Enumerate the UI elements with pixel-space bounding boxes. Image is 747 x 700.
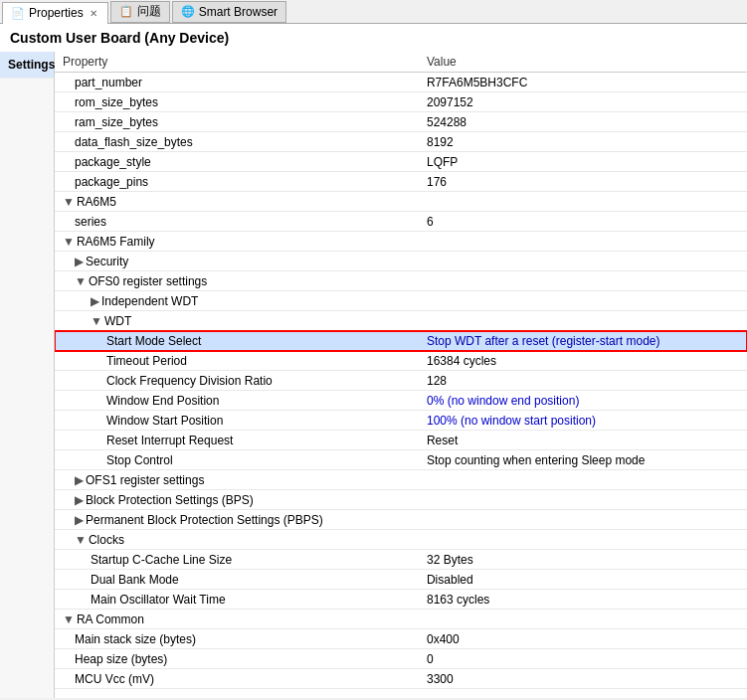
- table-row[interactable]: Startup C-Cache Line Size32 Bytes: [55, 550, 747, 570]
- value-link[interactable]: 100% (no window start position): [427, 414, 596, 428]
- properties-area[interactable]: Property Value part_numberR7FA6M5BH3CFCr…: [55, 52, 747, 698]
- collapse-icon: ▼: [75, 533, 87, 547]
- table-row[interactable]: package_styleLQFP: [55, 152, 747, 172]
- table-row[interactable]: ▼Clocks: [55, 530, 747, 550]
- property-label: Dual Bank Mode: [91, 573, 179, 587]
- value-cell: 128: [419, 371, 747, 391]
- table-row[interactable]: Heap size (bytes)0: [55, 649, 747, 669]
- property-label: Start Mode Select: [106, 334, 201, 348]
- value-text: Stop WDT after a reset (register-start m…: [427, 334, 660, 348]
- table-row[interactable]: MCU Vcc (mV)3300: [55, 669, 747, 689]
- table-row[interactable]: ▼RA6M5 Family: [55, 232, 747, 252]
- property-cell: ram_size_bytes: [55, 112, 419, 132]
- property-label: series: [75, 215, 106, 229]
- property-label: OFS1 register settings: [86, 473, 204, 487]
- table-row[interactable]: ram_size_bytes524288: [55, 112, 747, 132]
- table-row[interactable]: Start Mode SelectStop WDT after a reset …: [55, 331, 747, 351]
- property-cell: Window Start Position: [55, 411, 419, 431]
- collapse-icon: ▼: [91, 314, 102, 328]
- property-cell: ▶Permanent Block Protection Settings (PB…: [55, 510, 419, 530]
- value-text: 2097152: [427, 95, 473, 109]
- value-text: 128: [427, 374, 447, 388]
- table-row[interactable]: rom_size_bytes2097152: [55, 92, 747, 112]
- value-column-header: Value: [419, 52, 747, 73]
- value-cell: 8192: [419, 132, 747, 152]
- table-row[interactable]: Stop ControlStop counting when entering …: [55, 450, 747, 470]
- property-label: Window Start Position: [106, 414, 223, 428]
- property-cell: rom_size_bytes: [55, 92, 419, 112]
- table-row[interactable]: series6: [55, 212, 747, 232]
- table-row[interactable]: ▼WDT: [55, 311, 747, 331]
- table-row[interactable]: Timeout Period16384 cycles: [55, 351, 747, 371]
- property-cell: ▶Block Protection Settings (BPS): [55, 490, 419, 510]
- table-row[interactable]: Main stack size (bytes)0x400: [55, 629, 747, 649]
- tab-properties[interactable]: 📄 Properties ✕: [2, 2, 108, 24]
- table-row[interactable]: package_pins176: [55, 172, 747, 192]
- expand-icon: ▶: [75, 513, 84, 527]
- property-label: OFS0 register settings: [89, 274, 207, 288]
- table-row[interactable]: data_flash_size_bytes8192: [55, 132, 747, 152]
- value-text: Disabled: [427, 573, 473, 587]
- table-row[interactable]: Dual Bank ModeDisabled: [55, 570, 747, 590]
- value-text: 0x400: [427, 632, 460, 646]
- properties-table: Property Value part_numberR7FA6M5BH3CFCr…: [55, 52, 747, 689]
- value-cell: 8163 cycles: [419, 590, 747, 610]
- value-text: 0: [427, 652, 434, 666]
- value-cell: 0: [419, 649, 747, 669]
- table-row[interactable]: ▶Independent WDT: [55, 291, 747, 311]
- table-row[interactable]: Reset Interrupt RequestReset: [55, 431, 747, 450]
- sidebar-item-settings[interactable]: Settings: [0, 52, 54, 79]
- table-header: Property Value: [55, 52, 747, 73]
- value-cell: [419, 192, 747, 212]
- table-row[interactable]: ▶Security: [55, 252, 747, 271]
- property-label: RA6M5 Family: [77, 235, 155, 249]
- property-cell: Start Mode Select: [55, 331, 419, 351]
- tab-bar: 📄 Properties ✕ 📋 问题 🌐 Smart Browser: [0, 0, 747, 24]
- table-row[interactable]: ▶OFS1 register settings: [55, 470, 747, 490]
- table-row[interactable]: Window Start Position100% (no window sta…: [55, 411, 747, 431]
- value-cell: 3300: [419, 669, 747, 689]
- tab-help[interactable]: 📋 问题: [110, 1, 170, 23]
- table-row[interactable]: Window End Position0% (no window end pos…: [55, 391, 747, 411]
- table-row[interactable]: ▶Permanent Block Protection Settings (PB…: [55, 510, 747, 530]
- tab-smart-browser[interactable]: 🌐 Smart Browser: [172, 1, 286, 23]
- value-cell: 16384 cycles: [419, 351, 747, 371]
- collapse-icon: ▼: [75, 274, 87, 288]
- value-cell: [419, 232, 747, 252]
- value-cell: Disabled: [419, 570, 747, 590]
- value-text: R7FA6M5BH3CFC: [427, 76, 527, 89]
- value-cell: [419, 470, 747, 490]
- property-cell: ▼OFS0 register settings: [55, 271, 419, 291]
- value-cell: Stop counting when entering Sleep mode: [419, 450, 747, 470]
- property-label: Independent WDT: [101, 294, 198, 308]
- tab-close-button[interactable]: ✕: [88, 7, 99, 20]
- property-cell: package_pins: [55, 172, 419, 192]
- table-row[interactable]: Clock Frequency Division Ratio128: [55, 371, 747, 391]
- doc-icon: 📄: [11, 7, 25, 20]
- value-cell: [419, 291, 747, 311]
- property-label: Heap size (bytes): [75, 652, 167, 666]
- table-row[interactable]: Main Oscillator Wait Time8163 cycles: [55, 590, 747, 610]
- value-cell: [419, 530, 747, 550]
- value-text: 16384 cycles: [427, 354, 496, 368]
- value-text: Stop counting when entering Sleep mode: [427, 453, 646, 467]
- table-row[interactable]: part_numberR7FA6M5BH3CFC: [55, 73, 747, 92]
- property-cell: ▶Security: [55, 252, 419, 271]
- property-cell: series: [55, 212, 419, 232]
- expand-icon: ▶: [91, 294, 99, 308]
- property-label: package_pins: [75, 175, 148, 189]
- property-column-header: Property: [55, 52, 419, 73]
- value-cell: [419, 311, 747, 331]
- value-link[interactable]: 0% (no window end position): [427, 394, 579, 408]
- property-label: Stop Control: [106, 453, 173, 467]
- table-row[interactable]: ▼RA Common: [55, 610, 747, 629]
- table-row[interactable]: ▶Block Protection Settings (BPS): [55, 490, 747, 510]
- value-cell: 176: [419, 172, 747, 192]
- table-row[interactable]: ▼OFS0 register settings: [55, 271, 747, 291]
- table-row[interactable]: ▼RA6M5: [55, 192, 747, 212]
- value-cell: 2097152: [419, 92, 747, 112]
- property-cell: package_style: [55, 152, 419, 172]
- property-cell: ▼RA Common: [55, 610, 419, 629]
- expand-icon: ▶: [75, 255, 84, 268]
- property-cell: Clock Frequency Division Ratio: [55, 371, 419, 391]
